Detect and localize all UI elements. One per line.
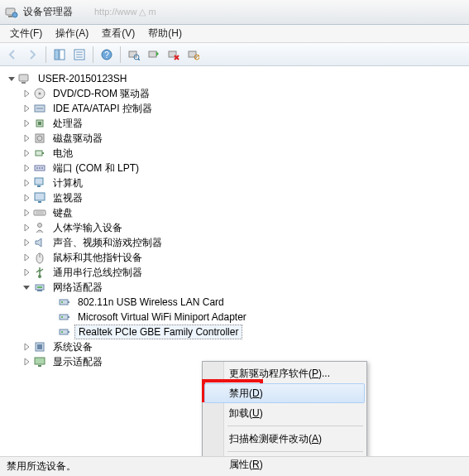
expand-icon[interactable] (22, 357, 31, 367)
svg-rect-30 (42, 152, 44, 154)
collapse-icon[interactable] (7, 74, 17, 84)
expand-icon[interactable] (22, 103, 31, 113)
menu-view[interactable]: 查看(V) (95, 25, 141, 42)
net-adapter-icon (58, 296, 71, 309)
tree-device[interactable]: Microsoft Virtual WiFi Miniport Adapter (3, 310, 466, 325)
svg-point-22 (39, 93, 41, 95)
tree-category[interactable]: 网络适配器 (3, 280, 466, 295)
svg-rect-19 (19, 75, 28, 81)
svg-point-51 (61, 301, 63, 303)
tree-category[interactable]: 电池 (3, 146, 466, 161)
svg-rect-1 (8, 16, 12, 17)
expand-icon[interactable] (22, 223, 31, 233)
tree-category[interactable]: 键盘 (3, 205, 466, 220)
svg-rect-52 (60, 315, 68, 320)
cpu-icon (33, 117, 46, 130)
expand-icon[interactable] (22, 89, 31, 99)
expand-icon[interactable] (22, 118, 31, 128)
disable-button[interactable] (184, 46, 203, 64)
disc-icon (33, 87, 46, 100)
svg-rect-36 (37, 185, 41, 187)
svg-point-42 (38, 224, 42, 228)
forward-button[interactable] (23, 46, 41, 64)
expand-icon[interactable] (22, 208, 31, 218)
context-menu-uninstall[interactable]: 卸载(U) (204, 403, 365, 423)
back-button[interactable] (3, 46, 22, 64)
uninstall-button[interactable] (165, 46, 183, 64)
tree-category[interactable]: 监视器 (3, 190, 466, 205)
tree-category[interactable]: 磁盘驱动器 (3, 131, 466, 146)
svg-rect-4 (60, 50, 65, 60)
tree-category[interactable]: 声音、视频和游戏控制器 (3, 235, 466, 250)
tree-category[interactable]: 处理器 (3, 116, 466, 131)
tree-item-label: 计算机 (50, 175, 86, 191)
help-button[interactable]: ? (98, 46, 116, 64)
window-title: 设备管理器 (23, 5, 73, 19)
svg-rect-20 (22, 82, 26, 84)
svg-point-57 (61, 331, 63, 333)
computer-icon (33, 176, 46, 190)
tree-category[interactable]: 人体学输入设备 (3, 220, 466, 235)
disk-icon (33, 132, 46, 145)
update-driver-button[interactable] (145, 46, 163, 64)
svg-rect-49 (60, 300, 68, 305)
port-icon (33, 161, 46, 175)
view-list-button[interactable] (70, 46, 89, 64)
ide-icon (33, 102, 46, 115)
svg-rect-56 (68, 331, 69, 333)
context-menu-disable[interactable]: 禁用(D) (204, 383, 365, 403)
tree-item-label: Realtek PCIe GBE Family Controller (74, 325, 242, 339)
svg-rect-61 (38, 365, 41, 367)
tree-category[interactable]: 通用串行总线控制器 (3, 265, 466, 280)
context-menu-properties[interactable]: 属性(R) (204, 454, 365, 474)
battery-icon (33, 147, 46, 160)
tree-item-label: 系统设备 (50, 339, 96, 355)
toolbar-separator (120, 46, 121, 63)
expand-icon[interactable] (22, 252, 31, 262)
tree-item-label: 网络适配器 (50, 280, 106, 296)
svg-rect-14 (149, 51, 156, 57)
expand-icon[interactable] (22, 193, 31, 203)
tree-root[interactable]: USER-20150123SH (3, 71, 466, 86)
tree-device[interactable]: 802.11n USB Wireless LAN Card (3, 295, 466, 310)
usb-icon (33, 266, 46, 279)
background-url-hint: http://www △ m (94, 7, 156, 17)
net-adapter-icon (58, 325, 71, 339)
svg-rect-35 (35, 178, 43, 185)
menu-action[interactable]: 操作(A) (49, 25, 95, 42)
tree-device[interactable]: Realtek PCIe GBE Family Controller (3, 325, 466, 339)
collapse-icon[interactable] (22, 282, 31, 292)
view-toggle-button[interactable] (50, 46, 69, 64)
context-menu-scan[interactable]: 扫描检测硬件改动(A) (204, 429, 365, 449)
tree-category[interactable]: 计算机 (3, 175, 466, 190)
network-icon (33, 281, 46, 294)
tree-category[interactable]: DVD/CD-ROM 驱动器 (3, 86, 466, 101)
context-menu-update-driver[interactable]: 更新驱动程序软件(P)... (204, 363, 365, 383)
expand-icon[interactable] (22, 148, 31, 158)
tree-category[interactable]: 系统设备 (3, 339, 466, 354)
svg-rect-60 (35, 358, 45, 364)
context-menu-separator (227, 451, 363, 452)
tree-item-label: 显示适配器 (50, 354, 106, 370)
svg-rect-29 (36, 151, 42, 156)
tree-item-label: USER-20150123SH (35, 72, 130, 85)
tree-item-label: Microsoft Virtual WiFi Miniport Adapter (74, 310, 250, 324)
expand-icon[interactable] (22, 133, 31, 143)
expand-icon[interactable] (22, 178, 31, 188)
svg-rect-53 (68, 316, 69, 318)
expand-icon[interactable] (22, 267, 31, 277)
mouse-icon (33, 251, 46, 264)
keyboard-icon (33, 206, 46, 219)
scan-hardware-button[interactable] (125, 46, 143, 64)
svg-rect-47 (37, 290, 42, 291)
expand-icon[interactable] (22, 342, 31, 352)
tree-item-label: 端口 (COM 和 LPT) (50, 161, 142, 176)
menu-file[interactable]: 文件(F) (3, 25, 49, 42)
svg-point-2 (12, 12, 17, 17)
tree-category[interactable]: 端口 (COM 和 LPT) (3, 161, 466, 175)
menu-help[interactable]: 帮助(H) (141, 25, 189, 42)
expand-icon[interactable] (22, 238, 31, 248)
tree-category[interactable]: 鼠标和其他指针设备 (3, 250, 466, 265)
expand-icon[interactable] (22, 163, 31, 173)
tree-category[interactable]: IDE ATA/ATAPI 控制器 (3, 101, 466, 116)
